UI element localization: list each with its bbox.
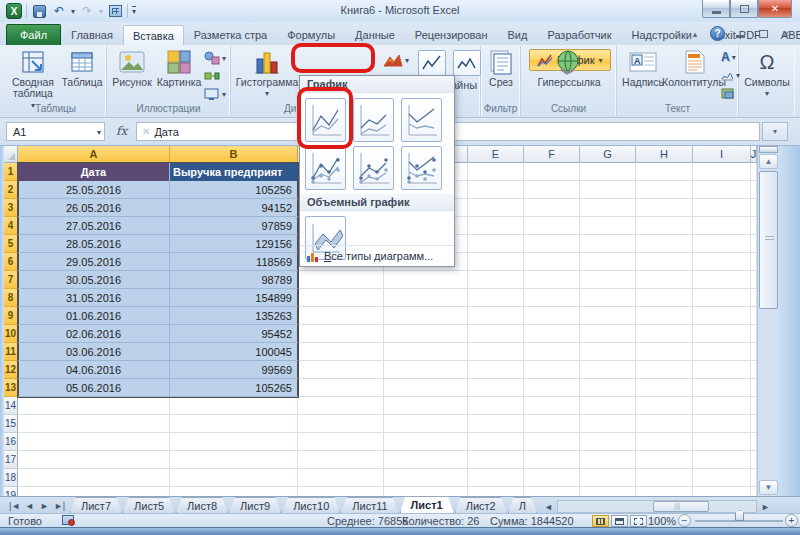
zoom-out-icon[interactable]: − — [678, 514, 691, 527]
scroll-down-icon[interactable]: ▼ — [759, 480, 778, 495]
scroll-up-icon[interactable]: ▲ — [759, 154, 778, 169]
hscroll-track[interactable] — [557, 500, 757, 513]
tab-Вид[interactable]: Вид — [498, 24, 538, 45]
zoom-level[interactable]: 100% — [648, 515, 676, 527]
table-row[interactable]: 02.06.201695452 — [18, 325, 298, 343]
horizontal-scrollbar[interactable]: ◄ ► — [542, 500, 772, 513]
name-box[interactable]: A1▾ — [6, 122, 105, 141]
tab-Вставка[interactable]: Вставка — [123, 25, 184, 45]
column-header-B[interactable]: B — [170, 146, 298, 163]
pivot-table-button[interactable]: Своднаятаблица ▾ — [10, 48, 56, 111]
sheet-tab-Лист2[interactable]: Лист2 — [455, 497, 507, 513]
tab-Данные[interactable]: Данные — [345, 24, 405, 45]
cell-B2[interactable]: 105256 — [170, 181, 298, 199]
cell-A1[interactable]: Дата — [18, 163, 170, 181]
tab-Разработчик[interactable]: Разработчик — [537, 24, 621, 45]
vertical-scrollbar[interactable]: ▲ ▼ — [757, 146, 778, 496]
last-sheet-icon[interactable]: ►| — [53, 501, 66, 511]
chart-type-stacked-line-with-markers[interactable] — [353, 146, 394, 190]
tab-Файл[interactable]: Файл — [6, 24, 61, 45]
clipart-button[interactable]: Картинка — [155, 48, 203, 88]
histogram-button[interactable]: Гистограмма ▾ — [236, 48, 298, 98]
smartart-button[interactable] — [204, 68, 226, 84]
row-header-16[interactable]: 16 — [4, 433, 18, 451]
cell-A10[interactable]: 02.06.2016 — [18, 325, 170, 343]
symbols-button[interactable]: Ω Символы ▾ — [743, 48, 791, 98]
cell-A11[interactable]: 03.06.2016 — [18, 343, 170, 361]
cell-A7[interactable]: 30.05.2016 — [18, 271, 170, 289]
column-header-G[interactable]: G — [580, 146, 636, 163]
row-header-3[interactable]: 3 — [4, 199, 18, 217]
select-all-corner[interactable] — [4, 146, 18, 163]
cell-B10[interactable]: 95452 — [170, 325, 298, 343]
row-header-14[interactable]: 14 — [4, 397, 18, 415]
chart-type-line[interactable] — [305, 98, 346, 142]
expand-formula-bar-icon[interactable]: ▾ — [762, 122, 788, 141]
workbook-restore-icon[interactable] — [755, 27, 771, 41]
next-sheet-icon[interactable]: ► — [38, 501, 51, 511]
cell-B7[interactable]: 98789 — [170, 271, 298, 289]
cell-B3[interactable]: 94152 — [170, 199, 298, 217]
chart-type-100-stacked-line-with-markers[interactable] — [401, 146, 442, 190]
cell-B8[interactable]: 154899 — [170, 289, 298, 307]
hscroll-thumb[interactable] — [653, 501, 709, 512]
first-sheet-icon[interactable]: |◄ — [8, 501, 21, 511]
zoom-slider[interactable] — [695, 514, 783, 527]
table-header-row[interactable]: Дата Выручка предприят — [18, 163, 298, 181]
sheet-tab-Л[interactable]: Л — [508, 497, 537, 513]
hyperlink-button[interactable]: Гиперссылка — [535, 48, 603, 88]
row-header-5[interactable]: 5 — [4, 235, 18, 253]
picture-button[interactable]: Рисунок — [110, 48, 154, 88]
tab-Главная[interactable]: Главная — [61, 24, 123, 45]
table-row[interactable]: 25.05.2016105256 — [18, 181, 298, 199]
tab-Рецензирован[interactable]: Рецензирован — [405, 24, 498, 45]
restore-button[interactable] — [730, 0, 758, 18]
table-row[interactable]: 04.06.201699569 — [18, 361, 298, 379]
table-row[interactable]: 28.05.2016129156 — [18, 235, 298, 253]
cell-B13[interactable]: 105265 — [170, 379, 298, 397]
cell-A5[interactable]: 28.05.2016 — [18, 235, 170, 253]
shapes-button[interactable]: ▾ — [204, 50, 226, 66]
page-layout-view-icon[interactable] — [611, 515, 628, 527]
table-row[interactable]: 30.05.201698789 — [18, 271, 298, 289]
row-header-18[interactable]: 18 — [4, 469, 18, 487]
screenshot-button[interactable]: ▾ — [204, 86, 226, 102]
table-button[interactable]: Таблица — [60, 48, 104, 88]
chart-type-100-stacked-line[interactable] — [401, 98, 442, 142]
prev-sheet-icon[interactable]: ◄ — [23, 501, 36, 511]
row-header-11[interactable]: 11 — [4, 343, 18, 361]
signature-line-button[interactable]: ▾ — [721, 67, 740, 83]
hscroll-left-icon[interactable]: ◄ — [542, 502, 555, 512]
minimize-button[interactable] — [702, 0, 730, 18]
cell-B4[interactable]: 97859 — [170, 217, 298, 235]
page-break-view-icon[interactable] — [630, 515, 647, 527]
cell-A2[interactable]: 25.05.2016 — [18, 181, 170, 199]
split-handle[interactable] — [759, 146, 778, 153]
all-chart-types-item[interactable]: Все типы диаграмм... — [300, 245, 454, 266]
table-row[interactable]: 31.05.2016154899 — [18, 289, 298, 307]
vertical-scroll-thumb[interactable] — [759, 171, 778, 309]
help-icon[interactable]: ? — [710, 26, 725, 41]
row-header-6[interactable]: 6 — [4, 253, 18, 271]
cell-B12[interactable]: 99569 — [170, 361, 298, 379]
chart-type-line-with-markers[interactable] — [305, 146, 346, 190]
slicer-button[interactable]: Срез — [484, 48, 518, 88]
hscroll-right-icon[interactable]: ► — [759, 502, 772, 512]
chart-type-stacked-line[interactable] — [353, 98, 394, 142]
insert-function-icon[interactable]: fx — [116, 124, 127, 138]
sheet-tab-Лист8[interactable]: Лист8 — [176, 497, 228, 513]
macro-record-icon[interactable] — [62, 515, 74, 525]
sheet-tab-Лист9[interactable]: Лист9 — [229, 497, 281, 513]
sheet-tab-Лист11[interactable]: Лист11 — [341, 497, 398, 513]
cell-B11[interactable]: 100045 — [170, 343, 298, 361]
sheet-tab-Лист5[interactable]: Лист5 — [123, 497, 175, 513]
cell-B5[interactable]: 129156 — [170, 235, 298, 253]
cell-B1[interactable]: Выручка предприят — [170, 163, 298, 181]
row-header-1[interactable]: 1 — [4, 163, 18, 181]
row-header-13[interactable]: 13 — [4, 379, 18, 397]
normal-view-icon[interactable] — [592, 515, 609, 527]
row-header-12[interactable]: 12 — [4, 361, 18, 379]
cell-A9[interactable]: 01.06.2016 — [18, 307, 170, 325]
close-button[interactable]: ✕ — [758, 0, 792, 18]
selected-data-range[interactable]: Дата Выручка предприят 25.05.20161052562… — [18, 163, 298, 397]
